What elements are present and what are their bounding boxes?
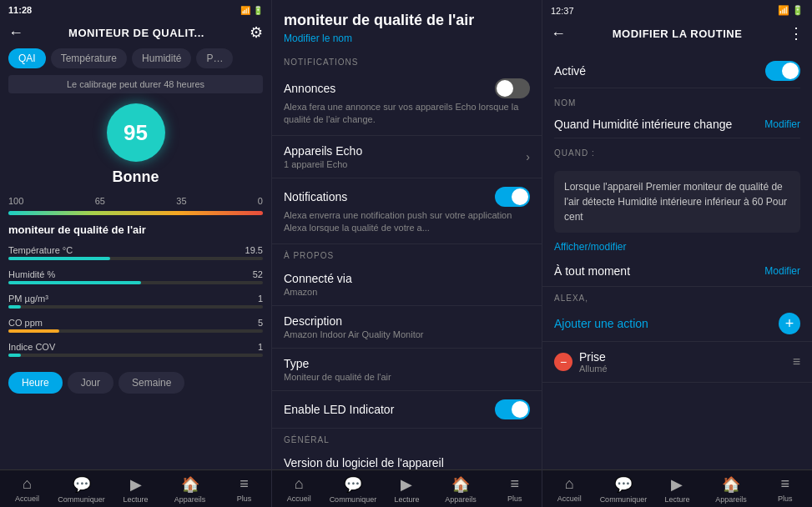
appareils-echo-item[interactable]: Appareils Echo 1 appareil Echo › (272, 136, 542, 178)
nav-accueil-1[interactable]: ⌂ Accueil (0, 475, 54, 504)
top-bar-1: ← MONITEUR DE QUALIT... ⚙ (0, 20, 271, 48)
panel-air-quality: 11:28 📶 🔋 ← MONITEUR DE QUALIT... ⚙ QAI … (0, 0, 271, 507)
communiquer-icon-2: 💬 (344, 475, 362, 494)
nav-accueil-label-1: Accueil (15, 494, 39, 503)
a-tout-modifier-link[interactable]: Modifier (764, 265, 800, 277)
tab-qai[interactable]: QAI (8, 48, 46, 68)
nav-plus-3[interactable]: ≡ Plus (758, 475, 812, 504)
btn-heure[interactable]: Heure (8, 372, 63, 394)
modifier-nom-link[interactable]: Modifier le nom (284, 33, 530, 44)
back-button-1[interactable]: ← (8, 24, 23, 42)
status-bar-3: 12:37 📶 🔋 (542, 0, 812, 21)
score-section: 95 Bonne (0, 93, 271, 193)
status-icons-1: 📶 🔋 (240, 6, 263, 15)
prise-sub: Allumé (579, 364, 786, 374)
version-title: Version du logiciel de l'appareil (284, 456, 530, 469)
active-section: Activé (542, 49, 812, 93)
annonces-toggle[interactable] (495, 78, 530, 98)
prise-drag-handle[interactable]: ≡ (793, 354, 800, 369)
lecture-icon-2: ▶ (401, 475, 412, 494)
metric-cov: Indice COV 1 (0, 339, 271, 364)
calibration-notice: Le calibrage peut durer 48 heures (8, 75, 263, 93)
quand-section-label: QUAND : (554, 148, 800, 158)
communiquer-icon-1: 💬 (73, 475, 91, 494)
prise-title: Prise (579, 350, 786, 364)
nav-plus-1[interactable]: ≡ Plus (217, 475, 271, 504)
scale-100: 100 (8, 196, 23, 206)
notifications-title: Notifications (284, 190, 347, 203)
metric-temperature: Température °C 19.5 (0, 243, 271, 267)
connecte-title: Connecté via (284, 272, 530, 285)
led-toggle[interactable] (495, 399, 530, 419)
nav-lecture-2[interactable]: ▶ Lecture (380, 475, 434, 504)
dots-menu-icon[interactable]: ⋮ (789, 24, 804, 43)
version-item: Version du logiciel de l'appareil 100000… (272, 448, 542, 469)
appareils-icon-1: 🏠 (181, 475, 199, 494)
nav-accueil-3[interactable]: ⌂ Accueil (542, 475, 597, 504)
panel-routine: 12:37 📶 🔋 ← MODIFIER LA ROUTINE ⋮ Activé… (542, 0, 812, 507)
notif-section-header: NOTIFICATIONS (272, 51, 542, 70)
active-label: Activé (554, 64, 586, 78)
led-title: Enable LED Indicator (284, 403, 394, 416)
annonces-title: Annonces (284, 82, 335, 95)
metric-cov-value: 1 (258, 342, 263, 352)
quand-block: Lorsque l'appareil Premier moniteur de q… (554, 171, 800, 233)
page-title-3: MODIFIER LA ROUTINE (613, 28, 743, 40)
btn-semaine[interactable]: Semaine (119, 372, 184, 394)
battery-icon: 🔋 (253, 6, 263, 15)
nav-communiquer-1[interactable]: 💬 Communiquer (54, 475, 108, 504)
plus-icon-3: ≡ (780, 475, 789, 493)
connecte-sub: Amazon (284, 287, 530, 297)
p2-scroll-area[interactable]: NOTIFICATIONS Annonces Alexa fera une an… (272, 51, 542, 469)
a-tout-moment-title: À tout moment (554, 264, 630, 278)
air-quality-label: Bonne (113, 168, 159, 186)
description-item: Description Amazon Indoor Air Quality Mo… (272, 306, 542, 349)
gear-icon-1[interactable]: ⚙ (250, 23, 263, 42)
active-toggle[interactable] (765, 61, 800, 81)
metric-co-label: CO ppm (8, 318, 43, 328)
metric-cov-label: Indice COV (8, 342, 55, 352)
nav-accueil-2[interactable]: ⌂ Accueil (272, 475, 326, 504)
air-quality-score: 95 (107, 103, 165, 162)
home-icon-1: ⌂ (23, 475, 32, 493)
add-action-button[interactable]: + (779, 313, 800, 334)
nav-appareils-3[interactable]: 🏠 Appareils (704, 475, 759, 504)
nav-communiquer-3[interactable]: 💬 Communiquer (597, 475, 651, 504)
nav-lecture-3[interactable]: ▶ Lecture (650, 475, 704, 504)
metric-pm-value: 1 (258, 294, 263, 304)
bottom-nav-1: ⌂ Accueil 💬 Communiquer ▶ Lecture 🏠 Appa… (0, 469, 271, 507)
back-button-3[interactable]: ← (551, 25, 566, 43)
metric-pm: PM µg/m³ 1 (0, 291, 271, 315)
description-sub: Amazon Indoor Air Quality Monitor (284, 329, 530, 339)
time-3: 12:37 (551, 6, 574, 16)
tabs-row-1: QAI Température Humidité P… (0, 48, 271, 75)
plus-icon-1: ≡ (240, 475, 249, 493)
wifi-icon-3: 📶 (778, 5, 789, 15)
tab-temperature[interactable]: Température (51, 48, 127, 68)
nom-row: Quand Humidité intérieure change Modifie… (554, 111, 800, 138)
nav-appareils-1[interactable]: 🏠 Appareils (163, 475, 217, 504)
metric-hum-value: 52 (253, 269, 263, 279)
afficher-modifier-link[interactable]: Afficher/modifier (542, 238, 812, 256)
metric-hum-label: Humidité % (8, 269, 55, 279)
communiquer-icon-3: 💬 (614, 475, 633, 494)
nom-modifier-link[interactable]: Modifier (764, 118, 800, 130)
notifications-toggle[interactable] (495, 187, 530, 207)
nav-lecture-1[interactable]: ▶ Lecture (108, 475, 163, 504)
p3-scroll-area[interactable]: Activé NOM Quand Humidité intérieure cha… (542, 49, 812, 469)
remove-prise-button[interactable]: − (554, 353, 572, 371)
nav-appareils-2[interactable]: 🏠 Appareils (434, 475, 488, 504)
annonces-desc: Alexa fera une annonce sur vos appareils… (284, 101, 530, 127)
metric-humidite: Humidité % 52 (0, 267, 271, 291)
bottom-nav-2: ⌂ Accueil 💬 Communiquer ▶ Lecture 🏠 Appa… (272, 469, 542, 507)
tab-humidite[interactable]: Humidité (132, 48, 191, 68)
nav-communiquer-2[interactable]: 💬 Communiquer (326, 475, 381, 504)
p2-header: moniteur de qualité de l'air Modifier le… (272, 0, 542, 51)
status-icons-3: 📶 🔋 (778, 5, 804, 16)
add-action-text[interactable]: Ajouter une action (554, 317, 648, 330)
nav-plus-2[interactable]: ≡ Plus (487, 475, 542, 504)
tab-p[interactable]: P… (196, 48, 233, 68)
type-title: Type (284, 357, 530, 370)
notifications-item: Notifications Alexa enverra une notifica… (272, 178, 542, 244)
btn-jour[interactable]: Jour (68, 372, 113, 394)
